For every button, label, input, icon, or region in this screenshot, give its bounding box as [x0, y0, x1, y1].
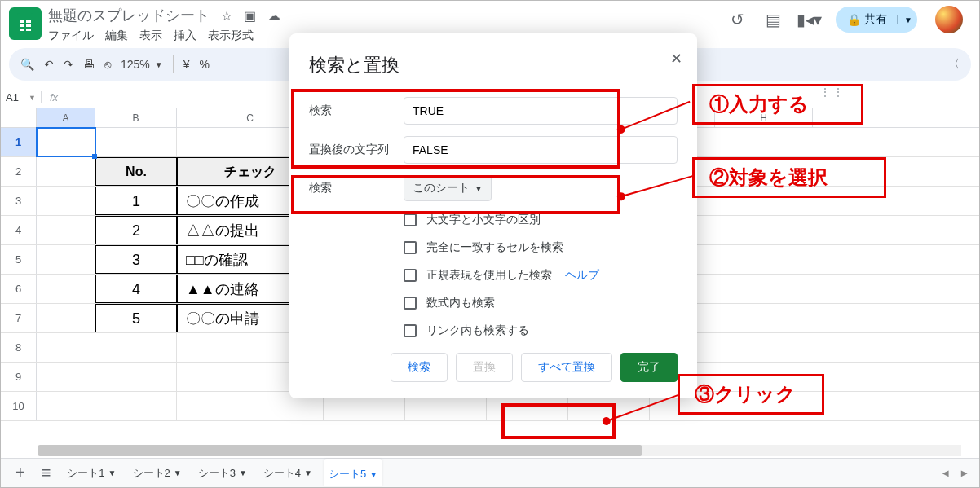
row-header[interactable]: 7	[1, 304, 37, 332]
scroll-left-icon[interactable]: ◄	[940, 467, 951, 479]
all-sheets-button[interactable]: ≡	[37, 464, 56, 482]
chevron-down-icon: ▼	[29, 94, 36, 102]
history-icon[interactable]: ↺	[728, 11, 746, 29]
replace-all-button[interactable]: すべて置換	[521, 353, 612, 382]
select-all-corner[interactable]	[1, 108, 37, 127]
avatar[interactable]	[935, 6, 963, 33]
annotation-callout-1: ①入力する	[692, 84, 863, 125]
annotation-box-2	[291, 175, 620, 214]
sheet-tab[interactable]: シート1▼	[62, 461, 121, 486]
search-icon[interactable]: 🔍	[20, 58, 34, 71]
horizontal-scrollbar[interactable]	[38, 445, 961, 456]
opt-entire-label: 完全に一致するセルを検索	[426, 240, 563, 255]
row-header[interactable]: 8	[1, 333, 37, 362]
chevron-down-icon: ▼	[239, 468, 247, 477]
scroll-right-icon[interactable]: ►	[959, 467, 969, 479]
close-icon[interactable]: ✕	[670, 50, 682, 68]
menu-edit[interactable]: 編集	[105, 29, 128, 43]
menu-bar: ファイル 編集 表示 挿入 表示形式	[48, 25, 280, 43]
meet-icon[interactable]: ▮◂▾	[800, 11, 818, 29]
opt-formula-label: 数式内も検索	[426, 296, 495, 310]
move-icon[interactable]: ▣	[244, 8, 256, 24]
menu-insert[interactable]: 挿入	[174, 29, 196, 43]
col-header-B[interactable]: B	[95, 108, 177, 127]
table-cell-no[interactable]: 5	[95, 304, 177, 332]
menu-format[interactable]: 表示形式	[208, 29, 254, 43]
sheet-tab[interactable]: シート4▼	[258, 461, 317, 486]
chevron-down-icon: ▼	[108, 468, 117, 477]
star-icon[interactable]: ☆	[221, 8, 232, 24]
table-head-no[interactable]: No.	[95, 157, 177, 186]
row-header[interactable]: 3	[1, 187, 37, 215]
svg-rect-4	[24, 20, 26, 31]
doc-title[interactable]: 無題のスプレッドシート	[48, 6, 210, 25]
checkbox-entire[interactable]	[404, 241, 417, 254]
redo-icon[interactable]: ↷	[64, 58, 73, 71]
menu-file[interactable]: ファイル	[48, 29, 94, 43]
zoom-select[interactable]: 125%▼	[121, 58, 163, 71]
currency-button[interactable]: ¥	[183, 58, 190, 71]
collapse-toolbar-icon[interactable]: 〈	[948, 57, 960, 72]
table-cell-no[interactable]: 2	[95, 216, 177, 244]
opt-case-label: 大文字と小文字の区別	[426, 213, 541, 227]
done-button[interactable]: 完了	[620, 353, 678, 382]
sheets-logo	[9, 7, 42, 40]
chevron-down-icon: ▼	[304, 468, 312, 477]
percent-button[interactable]: %	[200, 58, 210, 71]
share-button[interactable]: 🔒 共有 ▼	[836, 7, 917, 33]
table-cell-no[interactable]: 1	[95, 187, 177, 215]
add-sheet-button[interactable]: +	[11, 464, 30, 482]
sheet-tab-active[interactable]: シート5▼	[324, 459, 382, 486]
undo-icon[interactable]: ↶	[44, 58, 54, 71]
table-cell-no[interactable]: 3	[95, 245, 177, 274]
menu-view[interactable]: 表示	[139, 29, 162, 43]
annotation-box-3	[501, 403, 616, 439]
checkbox-regex[interactable]	[404, 269, 417, 282]
opt-links-label: リンク内も検索する	[426, 323, 529, 338]
checkbox-formula[interactable]	[404, 297, 417, 310]
chevron-down-icon: ▼	[174, 468, 182, 477]
row-header[interactable]: 1	[1, 128, 37, 156]
name-box[interactable]: A1▼	[1, 91, 42, 103]
lock-icon: 🔒	[847, 13, 861, 26]
print-icon[interactable]: 🖶	[83, 58, 95, 71]
row-header[interactable]: 4	[1, 216, 37, 244]
paint-format-icon[interactable]: ⎋	[104, 58, 111, 71]
regex-help-link[interactable]: ヘルプ	[565, 268, 599, 283]
comment-icon[interactable]: ▤	[764, 11, 782, 29]
row-header[interactable]: 2	[1, 157, 37, 186]
chevron-down-icon: ▼	[155, 60, 163, 69]
annotation-callout-2: ②対象を選択	[692, 157, 886, 198]
table-cell-no[interactable]: 4	[95, 275, 177, 303]
row-header[interactable]: 5	[1, 245, 37, 274]
sheet-tab[interactable]: シート2▼	[128, 461, 187, 486]
annotation-box-1	[291, 89, 620, 169]
checkbox-case[interactable]	[404, 213, 417, 226]
replace-button[interactable]: 置換	[456, 353, 513, 382]
sheet-tab[interactable]: シート3▼	[193, 461, 252, 486]
dialog-title: 検索と置換	[309, 53, 678, 77]
col-header-A[interactable]: A	[37, 108, 95, 127]
annotation-callout-3: ③クリック	[678, 374, 824, 415]
row-header[interactable]: 10	[1, 392, 37, 420]
row-header[interactable]: 9	[1, 363, 37, 391]
share-caret-icon[interactable]: ▼	[897, 15, 912, 24]
cloud-icon[interactable]: ☁	[267, 8, 280, 24]
find-button[interactable]: 検索	[391, 353, 448, 382]
cell-A1[interactable]	[37, 128, 95, 156]
zoom-value: 125%	[121, 58, 150, 71]
fx-label: fx	[42, 91, 66, 103]
share-label: 共有	[864, 12, 887, 27]
opt-regex-label: 正規表現を使用した検索	[426, 268, 552, 283]
namebox-value: A1	[6, 91, 19, 103]
row-header[interactable]: 6	[1, 275, 37, 303]
chevron-down-icon: ▼	[369, 470, 377, 479]
checkbox-links[interactable]	[404, 324, 417, 337]
